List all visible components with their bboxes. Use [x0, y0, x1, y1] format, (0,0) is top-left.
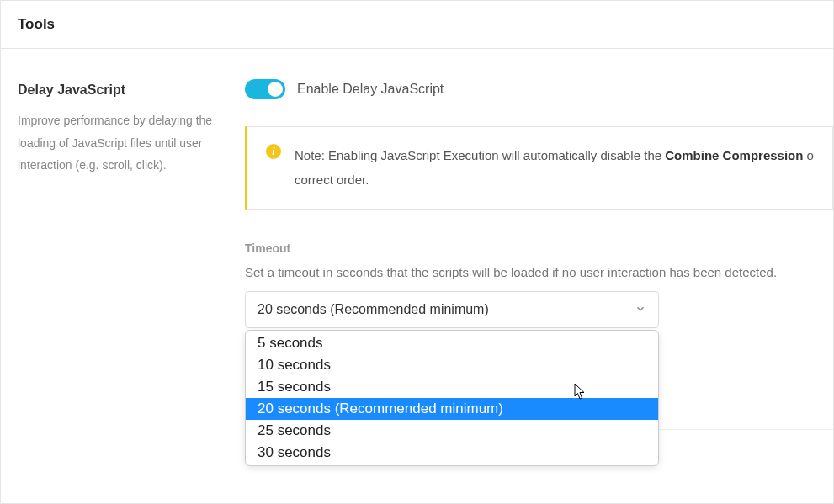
timeout-label: Timeout	[245, 241, 833, 255]
timeout-option[interactable]: 10 seconds	[246, 354, 658, 376]
timeout-option[interactable]: 25 seconds	[246, 420, 658, 442]
section-controls: Enable Delay JavaScript i Note: Enabling…	[245, 49, 833, 328]
timeout-select-value: 20 seconds (Recommended minimum)	[258, 302, 489, 317]
timeout-option[interactable]: 30 seconds	[246, 442, 658, 464]
section-description: Improve performance by delaying the load…	[18, 109, 228, 177]
section-info: Delay JavaScript Improve performance by …	[1, 49, 245, 328]
timeout-option[interactable]: 20 seconds (Recommended minimum)	[246, 398, 658, 420]
panel-header: Tools	[1, 1, 833, 49]
note-text: Note: Enabling JavaScript Execution will…	[295, 144, 814, 192]
toggle-knob	[268, 82, 283, 97]
page-title: Tools	[18, 16, 816, 33]
timeout-description: Set a timeout in seconds that the script…	[245, 265, 833, 279]
note-box: i Note: Enabling JavaScript Execution wi…	[245, 126, 833, 210]
settings-panel: Tools Delay JavaScript Improve performan…	[0, 0, 834, 504]
info-icon: i	[266, 144, 281, 159]
timeout-option[interactable]: 15 seconds	[246, 376, 658, 398]
timeout-select[interactable]: 20 seconds (Recommended minimum)	[245, 291, 659, 328]
timeout-dropdown[interactable]: 5 seconds10 seconds15 seconds20 seconds …	[245, 330, 659, 466]
toggle-label: Enable Delay JavaScript	[297, 82, 444, 97]
timeout-option[interactable]: 5 seconds	[246, 332, 658, 354]
chevron-down-icon	[635, 303, 646, 317]
panel-body: Delay JavaScript Improve performance by …	[1, 49, 833, 328]
enable-toggle-row: Enable Delay JavaScript	[245, 79, 833, 99]
enable-delay-js-toggle[interactable]	[245, 79, 285, 99]
section-title: Delay JavaScript	[18, 82, 228, 98]
timeout-select-wrapper: 20 seconds (Recommended minimum) 5 secon…	[245, 291, 833, 328]
